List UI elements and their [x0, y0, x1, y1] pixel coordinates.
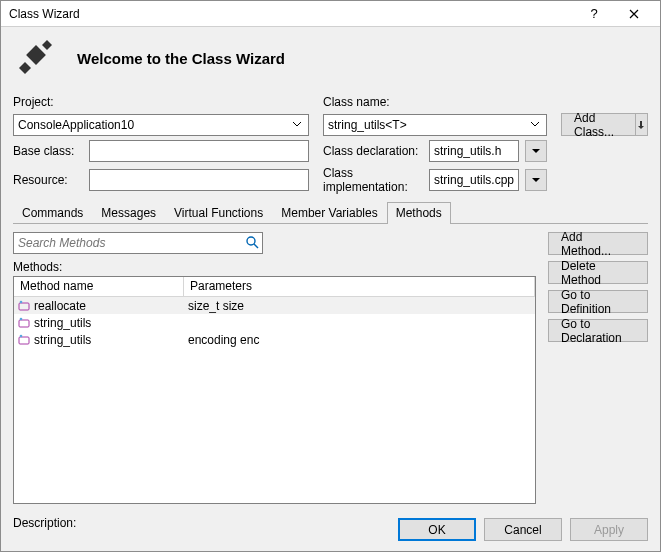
methods-listview[interactable]: Method name Parameters reallocatesize_t … — [13, 276, 536, 504]
add-class-button[interactable]: Add Class... — [561, 113, 636, 136]
svg-rect-10 — [19, 337, 29, 344]
classname-value: string_utils<T> — [328, 118, 407, 132]
dialog-content: Welcome to the Class Wizard Project: Cla… — [1, 27, 660, 551]
col-method-name[interactable]: Method name — [14, 277, 184, 296]
close-button[interactable] — [614, 1, 654, 27]
baseclass-label: Base class: — [13, 144, 83, 158]
table-row[interactable]: string_utilsencoding enc — [14, 331, 535, 348]
resource-row: Resource: — [13, 169, 309, 191]
add-method-button[interactable]: Add Method... — [548, 232, 648, 255]
classname-combo[interactable]: string_utils<T> — [323, 114, 547, 136]
tab-strip: CommandsMessagesVirtual FunctionsMember … — [13, 202, 648, 224]
classdecl-row: Class declaration: string_utils.h — [323, 140, 547, 162]
table-row[interactable]: string_utils — [14, 314, 535, 331]
svg-marker-2 — [42, 40, 52, 50]
go-to-definition-button[interactable]: Go to Definition — [548, 290, 648, 313]
classdecl-label: Class declaration: — [323, 144, 423, 158]
method-params: size_t size — [188, 299, 244, 313]
svg-point-4 — [247, 237, 255, 245]
method-icon — [18, 334, 30, 346]
project-combo[interactable]: ConsoleApplication10 — [13, 114, 309, 136]
svg-point-7 — [20, 300, 23, 303]
svg-rect-8 — [19, 320, 29, 327]
ok-button[interactable]: OK — [398, 518, 476, 541]
window-title: Class Wizard — [9, 7, 574, 21]
classdecl-field[interactable]: string_utils.h — [429, 140, 519, 162]
description-label: Description: — [13, 516, 76, 530]
table-row[interactable]: reallocatesize_t size — [14, 297, 535, 314]
svg-rect-6 — [19, 303, 29, 310]
cancel-button[interactable]: Cancel — [484, 518, 562, 541]
classimpl-dropdown[interactable] — [525, 169, 547, 191]
add-class-split-button[interactable]: Add Class... — [561, 113, 648, 136]
search-icon — [245, 235, 259, 249]
chevron-down-icon — [526, 115, 544, 135]
tab-methods[interactable]: Methods — [387, 202, 451, 224]
project-value: ConsoleApplication10 — [18, 118, 134, 132]
search-input[interactable] — [13, 232, 263, 254]
header: Welcome to the Class Wizard — [13, 33, 648, 91]
method-name: reallocate — [34, 299, 86, 313]
method-name: string_utils — [34, 316, 91, 330]
delete-method-button[interactable]: Delete Method — [548, 261, 648, 284]
project-label: Project: — [13, 95, 309, 109]
help-button[interactable]: ? — [574, 1, 614, 27]
tab-member-variables[interactable]: Member Variables — [272, 202, 386, 224]
method-icon — [18, 317, 30, 329]
help-icon: ? — [590, 6, 597, 21]
svg-point-9 — [20, 317, 23, 320]
method-params: encoding enc — [188, 333, 259, 347]
go-to-declaration-button[interactable]: Go to Declaration — [548, 319, 648, 342]
triangle-down-icon — [532, 178, 540, 183]
col-parameters[interactable]: Parameters — [184, 277, 535, 296]
close-icon — [629, 9, 639, 19]
form-grid: Project: Class name: ConsoleApplication1… — [13, 95, 648, 194]
svg-rect-0 — [26, 45, 46, 65]
classimpl-field[interactable]: string_utils.cpp — [429, 169, 519, 191]
search-methods — [13, 232, 263, 254]
chevron-down-icon — [288, 115, 306, 135]
wizard-icon — [13, 35, 59, 81]
baseclass-row: Base class: — [13, 140, 309, 162]
side-buttons: Add Method... Delete Method Go to Defini… — [548, 232, 648, 504]
tab-messages[interactable]: Messages — [92, 202, 165, 224]
resource-field[interactable] — [89, 169, 309, 191]
triangle-down-icon — [532, 149, 540, 154]
title-bar: Class Wizard ? — [1, 1, 660, 27]
classimpl-label: Class implementation: — [323, 166, 423, 194]
svg-rect-3 — [640, 121, 642, 126]
tab-body-methods: Methods: Method name Parameters realloca… — [13, 224, 648, 504]
classimpl-value: string_utils.cpp — [434, 173, 514, 187]
svg-point-11 — [20, 334, 23, 337]
svg-marker-1 — [19, 62, 31, 74]
baseclass-field[interactable] — [89, 140, 309, 162]
method-name: string_utils — [34, 333, 91, 347]
svg-line-5 — [254, 244, 258, 248]
methods-label: Methods: — [13, 260, 536, 274]
classdecl-dropdown[interactable] — [525, 140, 547, 162]
classdecl-value: string_utils.h — [434, 144, 501, 158]
tab-commands[interactable]: Commands — [13, 202, 92, 224]
method-icon — [18, 300, 30, 312]
apply-button: Apply — [570, 518, 648, 541]
classname-label: Class name: — [323, 95, 547, 109]
listview-header: Method name Parameters — [14, 277, 535, 297]
welcome-heading: Welcome to the Class Wizard — [77, 50, 648, 67]
classimpl-row: Class implementation: string_utils.cpp — [323, 166, 547, 194]
tab-virtual-functions[interactable]: Virtual Functions — [165, 202, 272, 224]
dialog-footer: OK Cancel Apply — [398, 518, 648, 541]
add-class-dropdown[interactable] — [636, 113, 648, 136]
resource-label: Resource: — [13, 173, 83, 187]
